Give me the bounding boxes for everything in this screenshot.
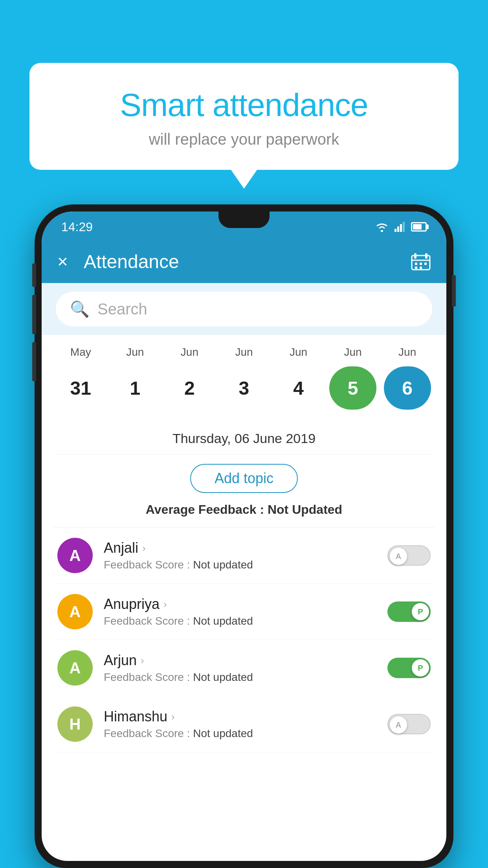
svg-rect-9 bbox=[415, 263, 417, 265]
date-6-selected[interactable]: 6 bbox=[384, 366, 431, 410]
month-0: May bbox=[57, 346, 104, 359]
dates-row: 31 1 2 3 4 5 6 bbox=[53, 362, 435, 417]
toggle-knob-anupriya: P bbox=[412, 603, 429, 620]
toggle-arjun[interactable]: P bbox=[387, 658, 431, 678]
close-button[interactable]: × bbox=[57, 252, 68, 270]
svg-rect-12 bbox=[415, 267, 417, 269]
status-icons bbox=[375, 222, 427, 232]
power-button bbox=[452, 275, 456, 307]
average-feedback-value: Not Updated bbox=[268, 502, 342, 517]
months-row: May Jun Jun Jun Jun Jun Jun bbox=[53, 346, 435, 359]
month-5: Jun bbox=[329, 346, 376, 359]
student-name-himanshu: Himanshu › bbox=[104, 708, 376, 725]
month-4: Jun bbox=[275, 346, 322, 359]
chevron-anjali: › bbox=[142, 542, 146, 554]
svg-rect-11 bbox=[424, 263, 427, 265]
toggle-himanshu[interactable]: A bbox=[387, 714, 431, 734]
svg-rect-4 bbox=[403, 222, 405, 232]
speech-bubble-container: Smart attendance will replace your paper… bbox=[29, 63, 459, 170]
add-topic-button[interactable]: Add topic bbox=[190, 464, 298, 493]
month-3: Jun bbox=[220, 346, 268, 359]
date-5-today[interactable]: 5 bbox=[329, 366, 376, 410]
speech-bubble: Smart attendance will replace your paper… bbox=[29, 63, 459, 170]
bubble-title: Smart attendance bbox=[53, 86, 435, 123]
phone-notch bbox=[218, 211, 270, 228]
student-info-anupriya: Anupriya › Feedback Score : Not updated bbox=[104, 596, 376, 627]
student-name-anupriya: Anupriya › bbox=[104, 596, 376, 612]
date-1[interactable]: 1 bbox=[112, 366, 159, 410]
feedback-score-anjali: Feedback Score : Not updated bbox=[104, 559, 376, 571]
month-6: Jun bbox=[384, 346, 431, 359]
svg-point-0 bbox=[381, 230, 383, 232]
avatar-anjali: A bbox=[57, 538, 93, 573]
signal-icon bbox=[394, 222, 405, 232]
student-item-arjun[interactable]: A Arjun › Feedback Score : Not updated P bbox=[53, 640, 435, 696]
volume-up-button bbox=[32, 295, 36, 334]
calendar-icon[interactable] bbox=[411, 252, 431, 270]
date-3[interactable]: 3 bbox=[220, 366, 268, 410]
svg-rect-6 bbox=[414, 253, 416, 259]
content-area: Thursday, 06 June 2019 Add topic Average… bbox=[42, 421, 446, 752]
avatar-arjun: A bbox=[57, 650, 93, 686]
app-bar: × Attendance bbox=[42, 240, 446, 283]
date-2[interactable]: 2 bbox=[166, 366, 213, 410]
status-time: 14:29 bbox=[61, 220, 93, 234]
feedback-score-arjun: Feedback Score : Not updated bbox=[104, 671, 376, 684]
student-item-anjali[interactable]: A Anjali › Feedback Score : Not updated … bbox=[53, 528, 435, 584]
calendar-row: May Jun Jun Jun Jun Jun Jun 31 1 2 3 4 5… bbox=[42, 335, 446, 421]
month-1: Jun bbox=[112, 346, 159, 359]
svg-rect-2 bbox=[397, 226, 399, 232]
mute-button bbox=[32, 263, 36, 287]
chevron-anupriya: › bbox=[163, 598, 167, 611]
feedback-score-anupriya: Feedback Score : Not updated bbox=[104, 615, 376, 627]
wifi-icon bbox=[375, 222, 389, 232]
avatar-anupriya: A bbox=[57, 594, 93, 629]
battery-icon bbox=[411, 222, 427, 232]
toggle-knob-anjali: A bbox=[390, 548, 407, 565]
volume-down-button bbox=[32, 342, 36, 381]
student-info-arjun: Arjun › Feedback Score : Not updated bbox=[104, 652, 376, 684]
date-4[interactable]: 4 bbox=[275, 366, 322, 410]
app-bar-title: Attendance bbox=[84, 251, 411, 272]
student-info-anjali: Anjali › Feedback Score : Not updated bbox=[104, 540, 376, 571]
phone-screen: 14:29 × bbox=[42, 211, 446, 861]
student-name-arjun: Arjun › bbox=[104, 652, 376, 669]
svg-rect-1 bbox=[394, 229, 396, 232]
search-icon: 🔍 bbox=[70, 300, 90, 318]
student-list: A Anjali › Feedback Score : Not updated … bbox=[53, 527, 435, 752]
toggle-anupriya[interactable]: P bbox=[387, 601, 431, 622]
student-info-himanshu: Himanshu › Feedback Score : Not updated bbox=[104, 708, 376, 740]
average-feedback-label: Average Feedback : bbox=[146, 502, 268, 517]
toggle-knob-himanshu: A bbox=[390, 716, 407, 734]
svg-rect-3 bbox=[400, 224, 402, 232]
date-31[interactable]: 31 bbox=[57, 366, 104, 410]
phone-frame: 14:29 × bbox=[35, 204, 453, 868]
search-bar[interactable]: 🔍 Search bbox=[56, 292, 432, 326]
toggle-anjali[interactable]: A bbox=[387, 545, 431, 566]
month-2: Jun bbox=[166, 346, 213, 359]
search-placeholder: Search bbox=[97, 300, 147, 318]
svg-rect-7 bbox=[425, 253, 427, 259]
svg-rect-10 bbox=[420, 263, 422, 265]
search-bar-container: 🔍 Search bbox=[42, 283, 446, 335]
avatar-himanshu: H bbox=[57, 706, 93, 742]
average-feedback: Average Feedback : Not Updated bbox=[53, 502, 435, 523]
student-item-anupriya[interactable]: A Anupriya › Feedback Score : Not update… bbox=[53, 584, 435, 640]
toggle-knob-arjun: P bbox=[412, 659, 429, 677]
svg-rect-13 bbox=[420, 267, 422, 269]
student-name-anjali: Anjali › bbox=[104, 540, 376, 556]
bubble-subtitle: will replace your paperwork bbox=[53, 131, 435, 148]
feedback-score-himanshu: Feedback Score : Not updated bbox=[104, 727, 376, 740]
date-display: Thursday, 06 June 2019 bbox=[53, 421, 435, 454]
chevron-himanshu: › bbox=[171, 711, 175, 723]
student-item-himanshu[interactable]: H Himanshu › Feedback Score : Not update… bbox=[53, 696, 435, 752]
chevron-arjun: › bbox=[141, 655, 144, 667]
